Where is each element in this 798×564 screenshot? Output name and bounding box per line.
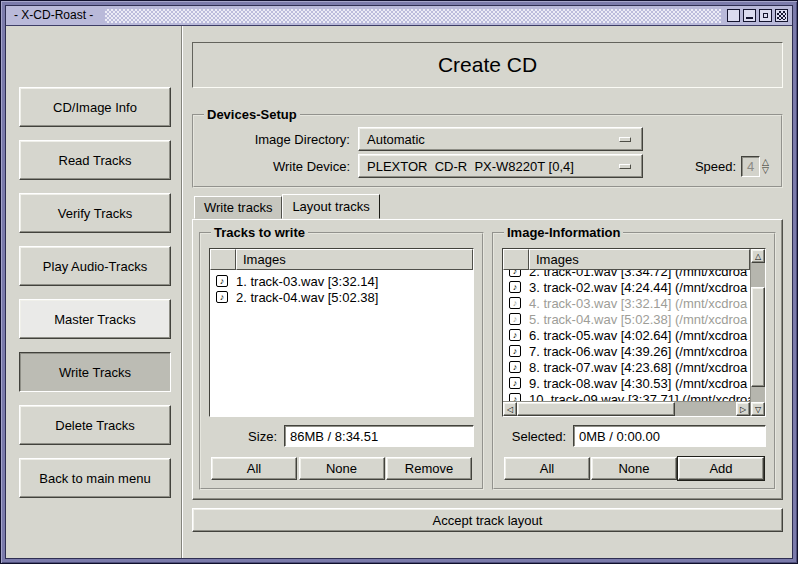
images-column-header[interactable]: Images (529, 249, 750, 270)
selected-label: Selected: (502, 429, 566, 444)
horizontal-scroll-thumb[interactable] (517, 402, 675, 416)
list-item[interactable]: ♪ 10. track-09.wav [3:37.71] (/mnt/xcdro… (503, 391, 750, 401)
speed-label: Speed: (695, 159, 736, 174)
list-item[interactable]: ♪ 5. track-04.wav [5:02.38] (/mnt/xcdroa (503, 311, 750, 327)
horizontal-scroll-trough[interactable] (517, 402, 736, 416)
page-title: Create CD (192, 42, 783, 88)
content-area: CD/Image Info Read Tracks Verify Tracks … (6, 26, 792, 558)
list-area: Images ♪ 2. track-01.wav [3:34.72] (/mnt… (503, 249, 750, 401)
list-item[interactable]: ♪ 1. track-03.wav [3:32.14] (210, 273, 473, 289)
icon-column-header[interactable] (210, 249, 236, 270)
accept-track-layout-button[interactable]: Accept track layout (192, 508, 783, 532)
scroll-down-icon[interactable]: ▽ (751, 402, 765, 416)
remove-button[interactable]: Remove (386, 457, 472, 480)
write-device-row: Write Device: PLEXTOR CD-R PX-W8220T [0,… (202, 154, 773, 178)
window-shade-button[interactable] (727, 9, 740, 22)
list-item[interactable]: ♪ 8. track-07.wav [4:23.68] (/mnt/xcdroa (503, 359, 750, 375)
write-device-label: Write Device: (202, 159, 350, 174)
iconify-icon (746, 17, 753, 19)
add-button[interactable]: Add (678, 457, 764, 480)
sidebar-item-delete-tracks[interactable]: Delete Tracks (19, 405, 171, 445)
track-label: 2. track-04.wav [5:02.38] (236, 290, 378, 305)
titlebar-pattern (105, 9, 721, 23)
list-item[interactable]: ♪ 2. track-01.wav [3:34.72] (/mnt/xcdroa (503, 270, 750, 279)
tab-layout-tracks[interactable]: Layout tracks (282, 194, 379, 219)
vertical-scroll-thumb[interactable] (751, 287, 765, 387)
window-maximize-button[interactable] (759, 9, 772, 22)
select-all-button[interactable]: All (211, 457, 297, 480)
icon-column-header[interactable] (503, 249, 529, 270)
sidebar-item-master-tracks[interactable]: Master Tracks (19, 299, 171, 339)
scroll-left-icon[interactable]: ◁ (503, 402, 517, 416)
sidebar-item-play-audio-tracks[interactable]: Play Audio-Tracks (19, 246, 171, 286)
select-none-button[interactable]: None (591, 457, 677, 480)
track-label: 7. track-06.wav [4:39.26] (/mnt/xcdroa (529, 344, 747, 359)
list-item[interactable]: ♪ 2. track-04.wav [5:02.38] (210, 289, 473, 305)
track-label: 9. track-08.wav [4:30.53] (/mnt/xcdroa (529, 376, 747, 391)
speed-field[interactable]: 4 (741, 156, 760, 177)
list-header: Images (503, 249, 750, 270)
list-item[interactable]: ♪ 6. track-05.wav [4:02.64] (/mnt/xcdroa (503, 327, 750, 343)
devices-setup-frame: Devices-Setup Image Directory: Automatic… (192, 107, 783, 188)
tracks-to-write-buttons: All None Remove (209, 457, 474, 480)
audio-track-icon: ♪ (509, 313, 521, 325)
selected-row: Selected: 0MB / 0:00.00 (502, 425, 766, 447)
image-information-buttons: All None Add (502, 457, 766, 480)
window-menu-button[interactable] (775, 9, 788, 22)
audio-track-icon: ♪ (509, 297, 521, 309)
track-label: 3. track-02.wav [4:24.44] (/mnt/xcdroa (529, 280, 747, 295)
image-information-list: Images ♪ 2. track-01.wav [3:34.72] (/mnt… (502, 248, 766, 417)
audio-track-icon: ♪ (509, 361, 521, 373)
sidebar-item-read-tracks[interactable]: Read Tracks (19, 140, 171, 180)
tab-write-tracks[interactable]: Write tracks (194, 196, 282, 219)
window-client-area: - X-CD-Roast - CD/Image Info Read Tracks… (5, 5, 793, 559)
sidebar-item-verify-tracks[interactable]: Verify Tracks (19, 193, 171, 233)
track-tabs: Write tracks Layout tracks (192, 194, 783, 219)
image-information-frame: Image-Information Images (492, 225, 776, 490)
tracks-to-write-frame: Tracks to write Images ♪ 1. track-03.wav… (199, 225, 484, 490)
vertical-scroll-trough[interactable] (751, 263, 765, 402)
scroll-right-icon[interactable]: ▷ (736, 402, 750, 416)
layout-tracks-page: Tracks to write Images ♪ 1. track-03.wav… (192, 219, 783, 500)
track-label: 2. track-01.wav [3:34.72] (/mnt/xcdroa (529, 270, 747, 279)
sidebar-item-write-tracks[interactable]: Write Tracks (19, 352, 171, 392)
list-item[interactable]: ♪ 3. track-02.wav [4:24.44] (/mnt/xcdroa (503, 279, 750, 295)
app-window: - X-CD-Roast - CD/Image Info Read Tracks… (0, 0, 798, 564)
list-item[interactable]: ♪ 7. track-06.wav [4:39.26] (/mnt/xcdroa (503, 343, 750, 359)
list-header: Images (210, 249, 473, 270)
audio-track-icon: ♪ (509, 377, 521, 389)
list-item[interactable]: ♪ 9. track-08.wav [4:30.53] (/mnt/xcdroa (503, 375, 750, 391)
list-rows: ♪ 2. track-01.wav [3:34.72] (/mnt/xcdroa… (503, 270, 750, 401)
titlebar[interactable]: - X-CD-Roast - (6, 6, 792, 26)
sidebar-item-cd-image-info[interactable]: CD/Image Info (19, 87, 171, 127)
list-body[interactable]: ♪ 2. track-01.wav [3:34.72] (/mnt/xcdroa… (503, 270, 750, 401)
select-none-button[interactable]: None (299, 457, 385, 480)
window-iconify-button[interactable] (743, 9, 756, 22)
speed-spin-down-icon[interactable]: ▽ (762, 166, 769, 174)
scroll-up-icon[interactable]: △ (751, 249, 765, 263)
track-label: 10. track-09.wav [3:37.71] (/mnt/xcdroa (529, 392, 750, 402)
main-panel: Create CD Devices-Setup Image Directory:… (183, 26, 792, 558)
size-row: Size: 86MB / 8:34.51 (209, 425, 474, 447)
audio-track-icon: ♪ (216, 275, 228, 287)
audio-track-icon: ♪ (509, 270, 521, 277)
write-device-dropdown[interactable]: PLEXTOR CD-R PX-W8220T [0,4] (358, 154, 643, 178)
horizontal-scrollbar[interactable]: ◁ ▷ (503, 401, 750, 416)
select-all-button[interactable]: All (504, 457, 590, 480)
track-label: 5. track-04.wav [5:02.38] (/mnt/xcdroa (529, 312, 747, 327)
track-label: 8. track-07.wav [4:23.68] (/mnt/xcdroa (529, 360, 747, 375)
image-directory-dropdown[interactable]: Automatic (358, 127, 643, 151)
option-menu-indicator-icon (619, 137, 631, 142)
size-field: 86MB / 8:34.51 (284, 425, 474, 447)
write-device-value: PLEXTOR CD-R PX-W8220T [0,4] (367, 159, 574, 174)
vertical-scrollbar[interactable]: △ ▽ (750, 249, 765, 416)
images-column-header[interactable]: Images (236, 249, 473, 270)
list-item[interactable]: ♪ 4. track-03.wav [3:32.14] (/mnt/xcdroa (503, 295, 750, 311)
track-label: 4. track-03.wav [3:32.14] (/mnt/xcdroa (529, 296, 747, 311)
sidebar-item-back-to-main-menu[interactable]: Back to main menu (19, 458, 171, 498)
selected-field: 0MB / 0:00.00 (573, 425, 766, 447)
list-body[interactable]: ♪ 1. track-03.wav [3:32.14] ♪ 2. track-0… (210, 270, 473, 416)
window-controls (727, 9, 788, 22)
sidebar: CD/Image Info Read Tracks Verify Tracks … (6, 26, 181, 558)
audio-track-icon: ♪ (216, 291, 228, 303)
